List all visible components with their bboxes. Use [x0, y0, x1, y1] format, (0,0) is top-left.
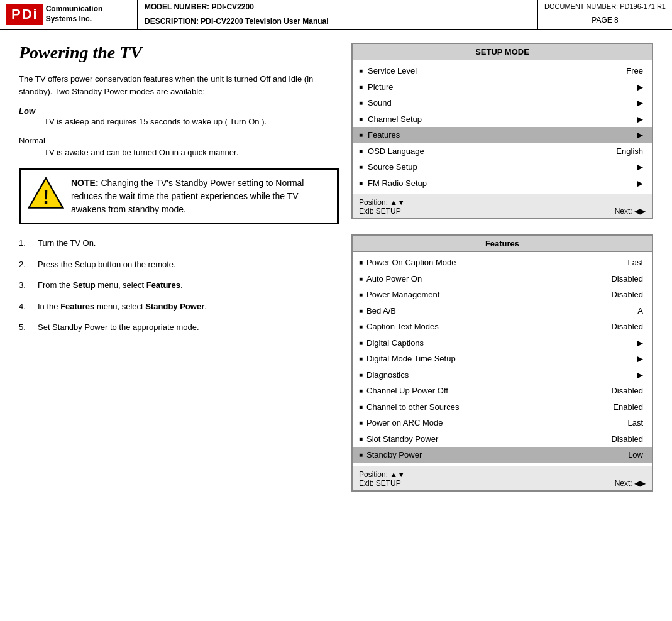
setup-item-4: ■ Features ▶	[353, 127, 652, 143]
features-item-2: ■ Power Management Disabled	[353, 287, 652, 303]
features-item-value: Last	[627, 256, 643, 269]
bullet-icon: ■	[359, 258, 363, 267]
setup-item-3: ■ Channel Setup ▶	[353, 111, 652, 128]
features-item-5: ■ Digital Captions ▶	[353, 335, 652, 351]
features-item-label: Power on ARC Mode	[366, 417, 443, 429]
setup-item-value: ▶	[637, 177, 643, 190]
features-item-label: Digital Captions	[366, 337, 424, 349]
features-item-value: Disabled	[611, 289, 643, 301]
bullet-icon: ■	[359, 66, 363, 75]
setup-item-value: ▶	[637, 97, 643, 109]
bullet-icon: ■	[359, 98, 363, 107]
features-item-label: Slot Standby Power	[366, 433, 438, 446]
setup-item-label: Channel Setup	[368, 113, 422, 126]
setup-item-7: ■ FM Radio Setup ▶	[353, 175, 652, 192]
step-3: 3. From the Setup menu, select Features.	[19, 279, 339, 292]
features-panel: Features ■ Power On Caption Mode Last ■ …	[351, 234, 653, 492]
header-middle: MODEL NUMBER: PDI-CV2200 DESCRIPTION: PD…	[138, 0, 538, 29]
setup-mode-title: SETUP MODE	[353, 44, 652, 60]
setup-item-label: Picture	[368, 81, 393, 94]
normal-label: Normal	[19, 136, 339, 145]
normal-mode-section: Normal TV is awake and can be turned On …	[19, 136, 339, 159]
right-column: SETUP MODE ■ Service Level Free ■ Pictur…	[351, 43, 653, 492]
features-item-10: ■ Power on ARC Mode Last	[353, 415, 652, 431]
page-title: Powering the TV	[19, 43, 339, 63]
step-5: 5. Set Standby Power to the appropriate …	[19, 321, 339, 334]
bullet-icon: ■	[359, 130, 363, 140]
setup-item-0: ■ Service Level Free	[353, 63, 652, 79]
setup-item-label: Features	[368, 129, 400, 141]
warning-icon: !	[21, 170, 71, 216]
setup-mode-panel: SETUP MODE ■ Service Level Free ■ Pictur…	[351, 43, 653, 219]
setup-position: Position: ▲▼	[359, 198, 405, 207]
setup-next: Next: ◀▶	[615, 207, 646, 216]
setup-item-6: ■ Source Setup ▶	[353, 159, 652, 175]
bullet-icon: ■	[359, 290, 363, 299]
setup-mode-footer: Position: ▲▼ Exit: SETUP Next: ◀▶	[353, 194, 652, 218]
features-footer: Position: ▲▼ Exit: SETUP Next: ◀▶	[353, 466, 652, 490]
bullet-icon: ■	[359, 146, 363, 156]
features-item-0: ■ Power On Caption Mode Last	[353, 255, 652, 271]
setup-item-value: Free	[626, 65, 643, 77]
note-text: NOTE: Changing the TV's Standby Power se…	[71, 170, 337, 223]
features-title: Features	[353, 236, 652, 252]
setup-item-value: English	[616, 145, 643, 158]
model-number: MODEL NUMBER: PDI-CV2200	[138, 0, 537, 14]
features-item-3: ■ Bed A/B A	[353, 303, 652, 319]
bullet-icon: ■	[359, 114, 363, 124]
note-box: ! NOTE: Changing the TV's Standby Power …	[19, 168, 339, 224]
bullet-icon: ■	[359, 338, 363, 348]
features-item-value: Last	[627, 417, 643, 429]
features-item-4: ■ Caption Text Modes Disabled	[353, 319, 652, 335]
features-item-label: Digital Mode Time Setup	[366, 353, 456, 365]
svg-text:!: !	[43, 186, 49, 208]
steps-section: 1. Turn the TV On. 2. Press the Setup bu…	[19, 237, 339, 334]
logo: PDi Communication Systems Inc.	[6, 4, 102, 25]
features-item-label: Diagnostics	[366, 369, 409, 382]
features-item-11: ■ Slot Standby Power Disabled	[353, 431, 652, 448]
features-item-8: ■ Channel Up Power Off Disabled	[353, 383, 652, 399]
features-item-label: Channel Up Power Off	[366, 385, 448, 397]
low-desc: TV is asleep and requires 15 seconds to …	[19, 116, 339, 128]
features-item-12: ■ Standby Power Low	[353, 447, 652, 463]
description: DESCRIPTION: PDI-CV2200 Television User …	[138, 14, 537, 28]
setup-item-value: ▶	[637, 81, 643, 94]
features-item-label: Standby Power	[366, 449, 422, 461]
setup-item-label: OSD Language	[368, 145, 424, 158]
low-mode-section: Low TV is asleep and requires 15 seconds…	[19, 106, 339, 128]
bullet-icon: ■	[359, 162, 363, 172]
features-item-label: Power Management	[366, 289, 439, 301]
setup-item-value: ▶	[637, 129, 643, 141]
setup-item-label: FM Radio Setup	[368, 177, 427, 190]
features-item-6: ■ Digital Mode Time Setup ▶	[353, 351, 652, 367]
step-1: 1. Turn the TV On.	[19, 237, 339, 250]
features-item-value: Disabled	[611, 385, 643, 397]
bullet-icon: ■	[359, 82, 363, 92]
features-item-value: A	[637, 305, 643, 317]
features-item-value: ▶	[637, 337, 643, 349]
logo-text: Communication Systems Inc.	[46, 4, 103, 24]
features-position: Position: ▲▼	[359, 470, 405, 479]
features-item-value: ▶	[637, 369, 643, 382]
features-item-value: Disabled	[611, 433, 643, 446]
intro-text: The TV offers power conservation feature…	[19, 73, 339, 97]
setup-mode-items: ■ Service Level Free ■ Picture ▶ ■ Sound…	[353, 60, 652, 194]
features-item-label: Channel to other Sources	[366, 401, 459, 414]
setup-item-value: ▶	[637, 113, 643, 126]
features-next: Next: ◀▶	[615, 479, 646, 488]
features-item-label: Bed A/B	[366, 305, 396, 317]
page-number: PAGE 8	[538, 13, 672, 27]
features-item-7: ■ Diagnostics ▶	[353, 367, 652, 383]
setup-item-value: ▶	[637, 161, 643, 173]
features-item-value: Enabled	[613, 401, 643, 414]
setup-item-5: ■ OSD Language English	[353, 143, 652, 160]
features-items: ■ Power On Caption Mode Last ■ Auto Powe…	[353, 252, 652, 466]
bullet-icon: ■	[359, 274, 363, 283]
features-item-value: Disabled	[611, 273, 643, 285]
features-item-label: Caption Text Modes	[366, 321, 439, 333]
features-item-label: Auto Power On	[366, 273, 422, 285]
page-header: PDi Communication Systems Inc. MODEL NUM…	[0, 0, 672, 30]
features-item-value: Low	[628, 449, 643, 461]
bullet-icon: ■	[359, 386, 363, 395]
bullet-icon: ■	[359, 322, 363, 331]
